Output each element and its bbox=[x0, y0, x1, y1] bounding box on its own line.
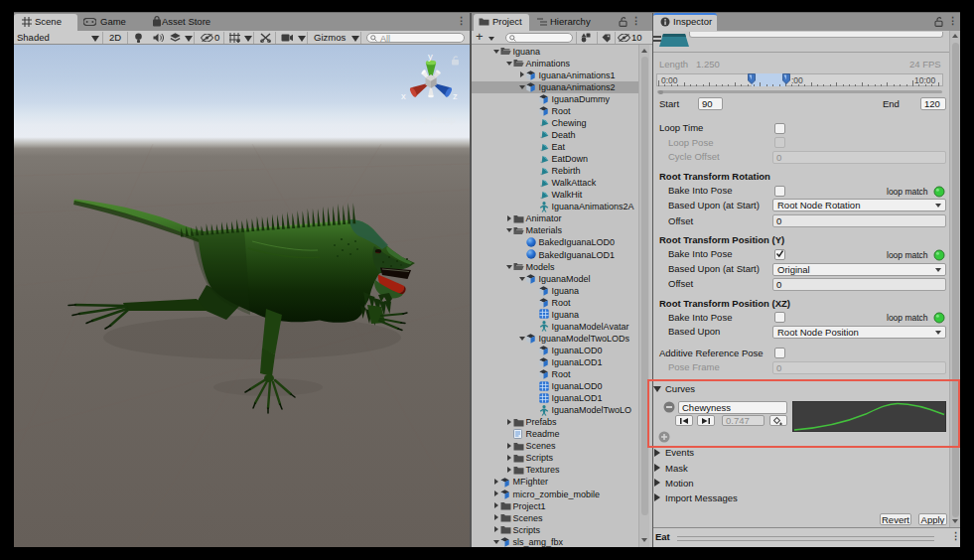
svg-text:z: z bbox=[453, 90, 458, 101]
svg-text:x: x bbox=[401, 90, 406, 101]
svg-text:y: y bbox=[428, 53, 433, 62]
